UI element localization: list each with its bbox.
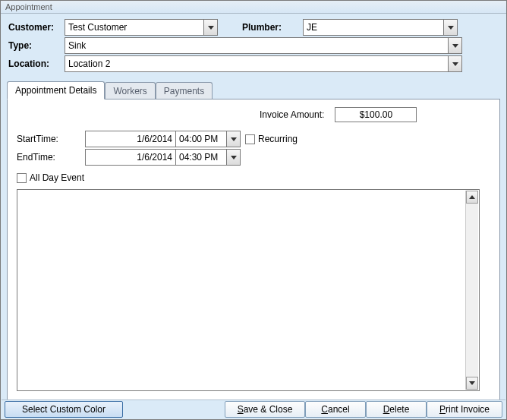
select-custom-color-button[interactable]: Select Custom Color [5,401,123,418]
delete-button[interactable]: Delete [366,401,427,418]
recurring-label: Recurring [258,134,298,144]
end-date-field[interactable]: 1/6/2014 [85,149,176,166]
location-combo[interactable]: Location 2 [65,55,462,72]
end-time-combo[interactable]: 04:30 PM [175,149,241,166]
appointment-window: Appointment Customer: Test Customer Plum… [0,0,507,420]
endtime-label: EndTime: [17,152,85,163]
recurring-checkbox-wrap[interactable]: Recurring [245,134,298,144]
header-form: Customer: Test Customer Plumber: JE Type… [1,14,506,73]
chevron-down-icon[interactable] [443,20,457,35]
allday-label: All Day Event [30,172,84,183]
customer-combo[interactable]: Test Customer [65,19,218,36]
tab-appointment-details[interactable]: Appointment Details [7,81,105,99]
type-value: Sink [65,40,448,51]
scroll-up-button[interactable] [466,191,478,204]
type-label: Type: [7,40,65,51]
plumber-value: JE [304,22,443,33]
tab-page-details: Invoice Amount: $100.00 StartTime: 1/6/2… [7,99,500,413]
invoice-amount-field[interactable]: $100.00 [335,107,417,122]
allday-checkbox-wrap[interactable]: All Day Event [17,172,490,183]
location-label: Location: [7,58,65,69]
end-time-value: 04:30 PM [176,150,226,165]
allday-checkbox[interactable] [17,173,27,183]
tab-payments[interactable]: Payments [156,82,213,99]
starttime-label: StartTime: [17,134,85,144]
invoice-amount-label: Invoice Amount: [260,109,324,120]
start-time-value: 04:00 PM [176,131,226,147]
cancel-button[interactable]: Cancel [305,401,366,418]
chevron-down-icon[interactable] [448,56,461,71]
plumber-combo[interactable]: JE [303,19,458,36]
type-combo[interactable]: Sink [65,37,462,54]
chevron-down-icon[interactable] [226,150,240,165]
customer-value: Test Customer [65,22,203,33]
plumber-label: Plumber: [242,22,303,33]
location-value: Location 2 [65,58,448,69]
tab-workers[interactable]: Workers [105,82,155,99]
scrollbar-vertical[interactable] [465,191,478,390]
tab-container: Appointment Details Workers Payments Inv… [7,81,500,413]
customer-label: Customer: [7,22,65,33]
bottom-toolbar: Select Custom Color Save & Close Cancel … [2,399,505,418]
chevron-down-icon[interactable] [226,131,240,147]
print-invoice-button[interactable]: Print Invoice [427,401,502,418]
start-time-combo[interactable]: 04:00 PM [175,131,241,147]
chevron-down-icon[interactable] [448,38,461,53]
chevron-down-icon[interactable] [203,20,217,35]
notes-textarea[interactable] [17,189,480,391]
save-close-button[interactable]: Save & Close [225,401,305,418]
window-title: Appointment [1,1,506,14]
start-date-field[interactable]: 1/6/2014 [85,131,176,147]
tab-strip: Appointment Details Workers Payments [7,81,500,99]
recurring-checkbox[interactable] [245,134,255,144]
scroll-down-button[interactable] [466,377,478,390]
